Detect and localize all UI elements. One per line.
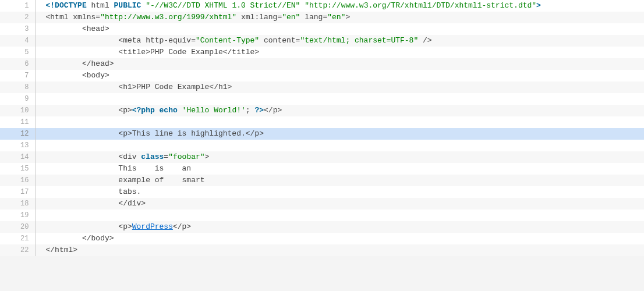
token-plain: </head>: [82, 59, 114, 68]
line-number: 1: [0, 0, 35, 12]
token-str: "text/html; charset=UTF-8": [300, 36, 418, 45]
code-content[interactable]: example of smart: [35, 175, 644, 186]
token-plain: =: [164, 152, 168, 161]
token-plain: <h1>PHP Code Example</h1>: [118, 83, 232, 91]
line-number: 20: [0, 221, 35, 233]
code-line: 12 <p>This line is highlighted.</p>: [0, 128, 644, 140]
code-content[interactable]: <meta http-equiv="Content-Type" content=…: [35, 35, 644, 47]
line-number: 16: [0, 175, 35, 186]
token-plain: [155, 106, 160, 115]
token-plain: lang=: [300, 13, 327, 22]
code-content[interactable]: </head>: [35, 58, 644, 70]
line-number: 8: [0, 81, 35, 93]
token-str: "en": [327, 13, 345, 22]
code-content[interactable]: </div>: [35, 198, 644, 210]
token-plain: >: [205, 152, 210, 161]
token-plain: html: [87, 1, 114, 10]
line-number: 7: [0, 70, 35, 81]
token-plain: </html>: [46, 246, 78, 254]
code-content[interactable]: tabs.: [35, 186, 644, 198]
code-line: 4 <meta http-equiv="Content-Type" conten…: [0, 35, 644, 47]
code-table: 1<!DOCTYPE html PUBLIC "-//W3C//DTD XHTM…: [0, 0, 644, 256]
token-plain: </div>: [118, 199, 146, 208]
line-number: 10: [0, 105, 35, 116]
code-content[interactable]: <title>PHP Code Example</title>: [35, 47, 644, 58]
token-tag: <?php: [132, 106, 155, 115]
line-number: 22: [0, 244, 35, 256]
code-content[interactable]: <p>This line is highlighted.</p>: [35, 128, 644, 140]
token-kw: class: [141, 152, 164, 161]
code-line: 17 tabs.: [0, 186, 644, 198]
code-content[interactable]: <p>WordPress</p>: [35, 221, 644, 233]
token-plain: [141, 1, 146, 10]
token-tag: ?>: [254, 106, 264, 115]
code-content[interactable]: <div class="foobar">: [35, 151, 644, 163]
token-plain: <html xmlns=: [46, 13, 101, 22]
line-number: 9: [0, 93, 35, 105]
code-line: 20 <p>WordPress</p>: [0, 221, 644, 233]
code-block: 1<!DOCTYPE html PUBLIC "-//W3C//DTD XHTM…: [0, 0, 644, 256]
token-plain: xml:lang=: [236, 13, 282, 22]
code-line: 2<html xmlns="http://www.w3.org/1999/xht…: [0, 12, 644, 23]
token-lit: 'Hello World!': [182, 106, 246, 115]
code-content[interactable]: <html xmlns="http://www.w3.org/1999/xhtm…: [35, 12, 644, 23]
code-line: 11: [0, 116, 644, 128]
line-number: 2: [0, 12, 35, 23]
code-content[interactable]: <p><?php echo 'Hello World!'; ?></p>: [35, 105, 644, 116]
token-plain: <p>: [118, 222, 132, 231]
token-link[interactable]: WordPress: [132, 222, 173, 231]
token-plain: <meta http-equiv=: [118, 36, 196, 45]
line-number: 15: [0, 163, 35, 175]
code-line: 21 </body>: [0, 233, 644, 244]
token-str: "-//W3C//DTD XHTML 1.0 Strict//EN": [146, 1, 300, 10]
token-str: "foobar": [168, 152, 204, 161]
token-plain: <p>This line is highlighted.</p>: [118, 129, 264, 138]
token-plain: </body>: [82, 234, 114, 243]
line-number: 5: [0, 47, 35, 58]
line-number: 18: [0, 198, 35, 210]
line-number: 4: [0, 35, 35, 47]
token-plain: />: [418, 36, 431, 45]
line-number: 17: [0, 186, 35, 198]
code-content[interactable]: [35, 140, 644, 151]
code-content[interactable]: [35, 116, 644, 128]
code-content[interactable]: [35, 210, 644, 221]
code-line: 15 This is an: [0, 163, 644, 175]
token-plain: >: [345, 13, 350, 22]
code-line: 6 </head>: [0, 58, 644, 70]
token-plain: [178, 106, 182, 115]
token-tag: PUBLIC: [114, 1, 141, 10]
code-content[interactable]: <!DOCTYPE html PUBLIC "-//W3C//DTD XHTML…: [35, 0, 644, 12]
code-line: 5 <title>PHP Code Example</title>: [0, 47, 644, 58]
code-line: 22</html>: [0, 244, 644, 256]
code-line: 13: [0, 140, 644, 151]
code-line: 18 </div>: [0, 198, 644, 210]
code-line: 7 <body>: [0, 70, 644, 81]
token-plain: This is an: [118, 164, 191, 173]
token-plain: <p>: [118, 106, 132, 115]
code-content[interactable]: <body>: [35, 70, 644, 81]
token-plain: <head>: [82, 24, 109, 33]
line-number: 11: [0, 116, 35, 128]
code-content[interactable]: </body>: [35, 233, 644, 244]
code-line: 3 <head>: [0, 23, 644, 35]
token-kw: echo: [160, 106, 178, 115]
token-plain: <title>PHP Code Example</title>: [118, 48, 259, 56]
code-content[interactable]: [35, 93, 644, 105]
code-content[interactable]: This is an: [35, 163, 644, 175]
code-line: 19: [0, 210, 644, 221]
code-content[interactable]: <head>: [35, 23, 644, 35]
token-plain: content=: [259, 36, 300, 45]
token-plain: example of smart: [118, 176, 204, 184]
line-number: 19: [0, 210, 35, 221]
code-line: 14 <div class="foobar">: [0, 151, 644, 163]
code-line: 8 <h1>PHP Code Example</h1>: [0, 81, 644, 93]
token-str: "Content-Type": [196, 36, 259, 45]
code-content[interactable]: <h1>PHP Code Example</h1>: [35, 81, 644, 93]
code-line: 1<!DOCTYPE html PUBLIC "-//W3C//DTD XHTM…: [0, 0, 644, 12]
code-line: 16 example of smart: [0, 175, 644, 186]
line-number: 21: [0, 233, 35, 244]
line-number: 12: [0, 128, 35, 140]
code-content[interactable]: </html>: [35, 244, 644, 256]
line-number: 14: [0, 151, 35, 163]
